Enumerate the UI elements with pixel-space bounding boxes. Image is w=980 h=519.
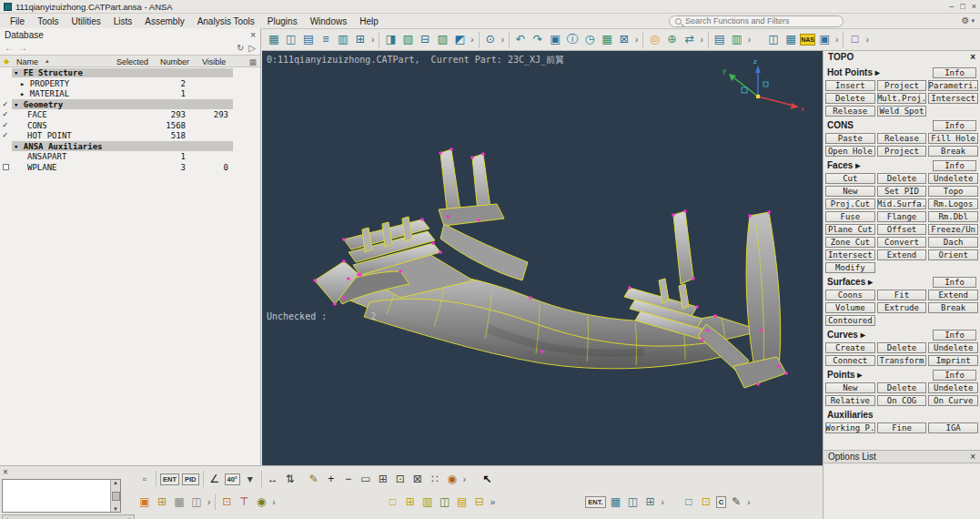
chevron-icon[interactable]: › — [371, 35, 374, 45]
chevron-icon[interactable]: › — [700, 35, 702, 45]
parametri-button[interactable]: Parametri. — [928, 80, 978, 91]
tree-item-row[interactable]: ✓FACE293293 — [0, 109, 260, 120]
info-icon[interactable]: ⓘ — [564, 31, 581, 48]
compress-icon[interactable]: ▦ — [266, 31, 282, 48]
draw-split-icon[interactable]: ◫ — [625, 494, 642, 510]
pencil-icon[interactable]: ✎ — [306, 471, 322, 487]
nav-forward-icon[interactable]: → — [18, 43, 27, 53]
hot-points-info-button[interactable]: Info — [933, 67, 976, 78]
undelete-button[interactable]: Undelete — [928, 382, 978, 393]
wire-box-icon[interactable]: ▦ — [171, 494, 187, 510]
chevron-icon[interactable]: » — [490, 497, 496, 507]
deck-icon[interactable]: ▣ — [816, 31, 833, 48]
maximize-button[interactable]: □ — [960, 1, 965, 13]
bounds-icon[interactable]: ⊟ — [471, 494, 488, 510]
contoured-button[interactable]: Contoured — [825, 315, 875, 326]
expand-icon[interactable]: ↔ — [265, 471, 281, 487]
new-button[interactable]: New — [825, 186, 875, 197]
transform-button[interactable]: Transform — [877, 355, 927, 366]
insert-button[interactable]: Insert — [825, 80, 875, 91]
modify-button[interactable]: Modify — [825, 262, 875, 273]
refresh-icon[interactable]: ↻ — [237, 43, 244, 53]
chevron-icon[interactable]: › — [463, 474, 466, 484]
rm-dbl-button[interactable]: Rm.Dbl — [928, 211, 978, 222]
grid-view-icon[interactable]: ▦ — [599, 31, 615, 48]
break-button[interactable]: Break — [928, 302, 978, 313]
offset-button[interactable]: Offset — [877, 224, 927, 235]
shaded-mode-icon[interactable]: □ — [385, 494, 401, 510]
draw-grid-icon[interactable]: ▦ — [608, 494, 624, 510]
chevron-icon[interactable]: › — [747, 497, 750, 507]
delete-button[interactable]: Delete — [825, 93, 875, 104]
focus-target-icon[interactable]: ◉ — [444, 471, 460, 487]
orient-button[interactable]: Orient — [928, 249, 978, 260]
tree-item-row[interactable]: ▸ MATERIAL1 — [0, 88, 260, 99]
close-button[interactable]: × — [972, 1, 976, 13]
new-button[interactable]: New — [825, 382, 875, 393]
project-button[interactable]: Project — [877, 80, 927, 91]
connect-button[interactable]: Connect — [825, 355, 875, 366]
chevron-icon[interactable]: › — [748, 35, 751, 45]
mid-surfa-button[interactable]: Mid.Surfa. — [877, 198, 927, 209]
history-icon[interactable]: ◷ — [581, 31, 598, 48]
chevron-icon[interactable]: › — [501, 35, 504, 45]
menu-assembly[interactable]: Assembly — [138, 15, 190, 27]
column-selected[interactable]: Selected — [116, 57, 148, 66]
bottom-panel-close-icon[interactable]: × — [3, 467, 8, 477]
merge-icon[interactable]: ◫ — [283, 31, 299, 48]
report-icon[interactable]: ▨ — [434, 31, 450, 48]
menu-utilities[interactable]: Utilities — [65, 15, 106, 27]
on-curve-button[interactable]: On Curve — [928, 395, 978, 406]
dach-button[interactable]: Dach — [928, 237, 978, 248]
nav-back-icon[interactable]: ← — [5, 43, 14, 53]
cut-button[interactable]: Cut — [825, 173, 875, 184]
pid-list-icon[interactable]: ▥ — [335, 31, 351, 48]
menu-plugins[interactable]: Plugins — [261, 15, 304, 27]
database-close-icon[interactable]: × — [250, 30, 256, 40]
undelete-button[interactable]: Undelete — [928, 173, 978, 184]
volume-button[interactable]: Volume — [825, 302, 875, 313]
checks-icon[interactable]: ▧ — [399, 31, 416, 48]
database-browser-icon[interactable]: ▤ — [300, 31, 317, 48]
sort-updown-icon[interactable]: ⇅ — [282, 471, 298, 487]
lock-icon[interactable]: ⊠ — [409, 471, 426, 487]
checkmark-icon[interactable]: ✓ — [3, 99, 7, 108]
columns-icon[interactable]: ▥ — [729, 31, 745, 48]
c-mode-button[interactable]: C — [716, 496, 726, 508]
focus-list-panel[interactable]: ▲ ▼ — [2, 479, 121, 513]
entity-list-icon[interactable]: ≡ — [318, 31, 334, 48]
save-icon[interactable]: ▣ — [547, 31, 563, 48]
topo-group-title-points[interactable]: Points ▸ — [827, 370, 862, 380]
redo-icon[interactable]: ↷ — [530, 31, 546, 48]
sort-asc-icon[interactable]: ▴ — [45, 57, 49, 65]
release-button[interactable]: Release — [825, 106, 875, 117]
search-box[interactable] — [669, 15, 844, 27]
rm-logos-button[interactable]: Rm.Logos — [928, 198, 978, 209]
window-layout-icon[interactable]: ◫ — [765, 31, 782, 48]
column-config-icon[interactable]: ▦ — [248, 57, 257, 66]
extend-button[interactable]: Extend — [877, 249, 927, 260]
iga-button[interactable]: IGA — [928, 422, 978, 433]
menu-lists[interactable]: Lists — [107, 15, 139, 27]
undo-icon[interactable]: ↶ — [512, 31, 529, 48]
tree-group-row[interactable]: ▾ ANSA Auxiliaries — [0, 141, 260, 152]
settings-gear-icon[interactable]: ⚙ — [962, 15, 970, 25]
curves-info-button[interactable]: Info — [933, 330, 976, 341]
menu-help[interactable]: Help — [353, 15, 385, 27]
target-icon[interactable]: ◎ — [646, 31, 662, 48]
pid-mode-button[interactable]: PID — [182, 473, 199, 485]
fit-button[interactable]: Fit — [877, 290, 927, 300]
options-list-close-icon[interactable]: × — [970, 452, 975, 462]
scroll-right-icon[interactable]: ▶ — [128, 516, 133, 519]
open-hole-button[interactable]: Open Hole — [825, 146, 875, 157]
on-cog-button[interactable]: On COG — [877, 395, 927, 406]
rectangle-icon[interactable]: ▭ — [358, 471, 374, 487]
select-cursor-icon[interactable]: ↖ — [479, 471, 495, 487]
working-p-button[interactable]: Working P. — [825, 422, 875, 433]
menu-analysis-tools[interactable]: Analysis Tools — [191, 15, 261, 27]
column-visible[interactable]: Visible — [202, 57, 226, 66]
tree-group-row[interactable]: ✓▾ Geometry — [0, 99, 260, 110]
add-point-icon[interactable]: ⊕ — [663, 31, 680, 48]
ent-display-button[interactable]: ENT. — [585, 496, 605, 508]
panel-split-icon[interactable]: ◨ — [382, 31, 399, 48]
